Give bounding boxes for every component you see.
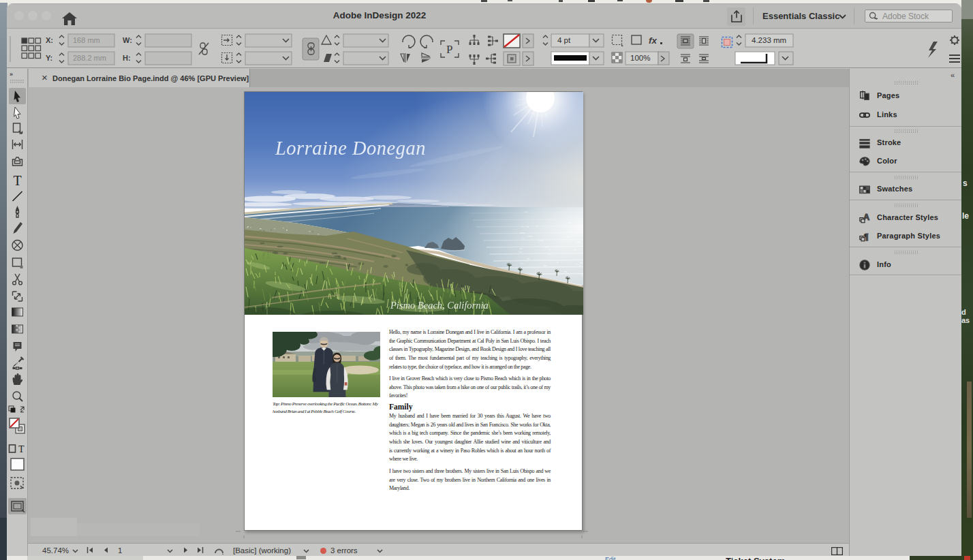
svg-text:X:: X:	[46, 36, 53, 44]
svg-text:H:: H:	[123, 54, 131, 62]
svg-text:P: P	[446, 43, 452, 56]
svg-text:W:: W:	[123, 36, 132, 44]
svg-text:T: T	[18, 444, 25, 454]
svg-text:168 mm: 168 mm	[73, 36, 100, 44]
svg-text:Lorraine Donegan: Lorraine Donegan	[275, 138, 426, 159]
svg-text:T: T	[14, 173, 22, 188]
svg-text:Y:: Y:	[46, 54, 52, 62]
svg-text:fx: fx	[649, 35, 657, 46]
svg-text:288.2 mm: 288.2 mm	[73, 54, 106, 62]
svg-text:4 pt: 4 pt	[557, 36, 571, 44]
svg-text:4.233 mm: 4.233 mm	[752, 36, 786, 44]
svg-text:»: »	[10, 71, 13, 78]
svg-text:100%: 100%	[630, 54, 650, 62]
svg-text:Pismo Beach, California: Pismo Beach, California	[390, 300, 489, 311]
